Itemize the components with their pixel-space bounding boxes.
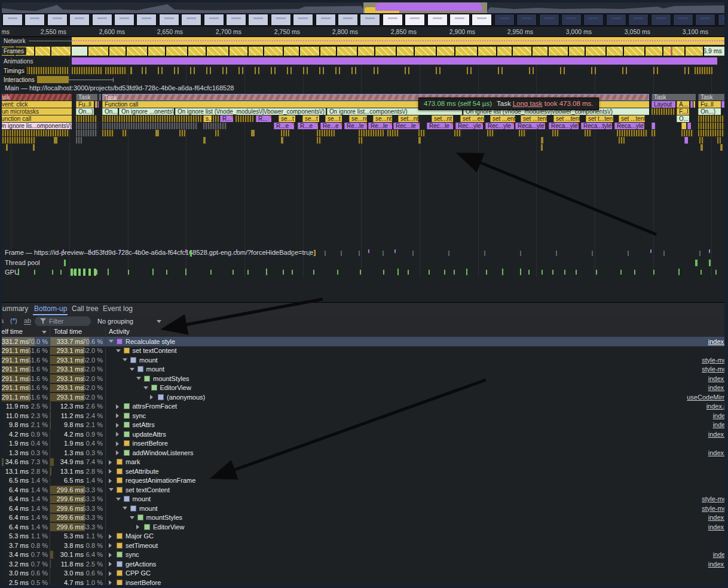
activity-name[interactable]: set textContent (126, 486, 170, 493)
activity-name[interactable]: getActions (126, 560, 156, 568)
total-time-pct: 62.0 % (82, 394, 103, 401)
self-time-pct: 61.6 % (27, 384, 48, 391)
table-row[interactable]: 3.0 ms0.6 %3.0 ms0.6 %CPP GC (0, 569, 728, 578)
activity-name[interactable]: mount (139, 357, 158, 364)
activity-name[interactable]: insertBefore (133, 440, 168, 447)
table-row[interactable]: 291.1 ms61.6 %293.1 ms62.0 %mountstyle-m… (0, 365, 728, 374)
column-divider[interactable] (105, 327, 106, 588)
table-row[interactable]: 6.4 ms1.4 %299.6 ms63.3 %mountstyle-mod (0, 495, 728, 504)
collapse-toggle-icon[interactable] (116, 498, 121, 501)
total-time-pct: 0.3 % (86, 449, 103, 456)
table-row[interactable]: 1.3 ms0.3 %1.3 ms0.3 %addWindowListeners… (0, 448, 728, 458)
collapse-toggle-icon[interactable] (109, 340, 114, 343)
collapse-toggle-icon[interactable] (116, 349, 121, 352)
table-row[interactable]: 291.1 ms61.6 %293.1 ms62.0 %mountstyle-m… (0, 355, 728, 365)
tooltip-long-task-link[interactable]: Long task (513, 100, 543, 107)
total-time-ms: 293.1 ms (57, 357, 84, 364)
activity-name[interactable]: (anonymous) (167, 394, 205, 401)
activity-name[interactable]: CPP GC (126, 569, 151, 577)
table-row[interactable]: 13.1 ms2.8 %13.1 ms2.8 %setAttribute (0, 467, 728, 476)
activity-name[interactable]: sync (133, 412, 146, 419)
collapse-toggle-icon[interactable] (130, 516, 134, 519)
activity-name[interactable]: updateAttrs (133, 431, 166, 438)
expand-toggle-icon[interactable] (116, 441, 119, 446)
table-row[interactable]: 6.5 ms1.4 %6.5 ms1.4 %requestAnimationFr… (0, 476, 728, 486)
long-task-tooltip: 473.08 ms (self 54 µs)TaskLong task took… (418, 98, 599, 110)
activity-name[interactable]: addWindowListeners (133, 449, 194, 456)
expand-toggle-icon[interactable] (116, 450, 119, 455)
activity-name[interactable]: set textContent (133, 347, 177, 354)
expand-toggle-icon[interactable] (109, 580, 112, 585)
collapse-toggle-icon[interactable] (136, 377, 141, 380)
collapse-toggle-icon[interactable] (123, 358, 127, 361)
expand-toggle-icon[interactable] (109, 534, 112, 539)
expand-toggle-icon[interactable] (109, 571, 112, 576)
activity-name[interactable]: mountStyles (146, 514, 183, 521)
activity-name[interactable]: Recalculate style (126, 338, 175, 345)
table-row[interactable]: 291.1 ms61.6 %293.1 ms62.0 %EditorViewin… (0, 383, 728, 393)
table-row[interactable]: 6.4 ms1.4 %299.6 ms63.3 %EditorViewindex… (0, 522, 728, 532)
expand-toggle-icon[interactable] (116, 413, 119, 418)
activity-type-icon (117, 552, 123, 557)
collapse-toggle-icon[interactable] (109, 488, 114, 491)
tooltip-duration: 473.08 ms (self 54 µs) (424, 100, 492, 107)
table-row[interactable]: 5.3 ms1.1 %5.3 ms1.1 %Major GC (0, 532, 728, 541)
expand-toggle-icon[interactable] (109, 543, 112, 548)
collapse-toggle-icon[interactable] (130, 368, 134, 371)
activity-name[interactable]: mount (146, 365, 165, 373)
activity-name[interactable]: EditorView (153, 523, 184, 531)
total-time-ms: 1.9 ms (64, 440, 84, 447)
activity-name[interactable]: Major GC (126, 532, 154, 540)
table-row[interactable]: 331.2 ms70.0 %333.7 ms70.6 %Recalculate … (0, 337, 728, 346)
expand-toggle-icon[interactable] (116, 404, 119, 409)
collapse-toggle-icon[interactable] (123, 507, 127, 510)
expand-toggle-icon[interactable] (116, 432, 119, 437)
table-row[interactable]: 291.1 ms61.6 %293.1 ms62.0 %mountStylesi… (0, 374, 728, 383)
expand-toggle-icon[interactable] (109, 469, 112, 474)
activity-name[interactable]: mark (126, 458, 140, 465)
track-frames-label: Frames (1, 47, 26, 55)
self-time-ms: 6.5 ms (9, 477, 29, 484)
table-row[interactable]: 6.4 ms1.4 %299.6 ms63.3 %set textContent (0, 485, 728, 495)
expand-toggle-icon[interactable] (109, 553, 112, 557)
collapse-toggle-icon[interactable] (143, 386, 148, 389)
table-row[interactable]: 291.1 ms61.6 %293.1 ms62.0 %(anonymous)u… (0, 392, 728, 402)
activity-name[interactable]: setTimeout (126, 542, 158, 549)
self-time-ms: 291.1 ms (2, 347, 29, 354)
devtools-performance-panel: ms2,550 ms2,600 ms2,650 ms2,700 ms2,750 … (0, 0, 728, 588)
table-row[interactable]: 4.2 ms0.9 %4.2 ms0.9 %updateAttrsindex.j… (0, 429, 728, 439)
activity-name[interactable]: setAttribute (126, 468, 159, 475)
activity-name[interactable]: setAttrs (133, 421, 155, 428)
activity-name[interactable]: sync (126, 551, 139, 558)
table-row[interactable]: 6.4 ms1.4 %299.6 ms63.3 %mountstyle-mod (0, 504, 728, 513)
activity-name[interactable]: mount (133, 495, 151, 502)
total-time-ms: 12.3 ms (60, 403, 84, 410)
source-link[interactable]: useCodeMirror (687, 394, 728, 401)
table-row[interactable]: 1.9 ms0.4 %1.9 ms0.4 %insertBefore (0, 439, 728, 449)
activity-name[interactable]: requestAnimationFrame (126, 477, 195, 484)
table-row[interactable]: 6.4 ms1.4 %299.6 ms63.3 %mountStylesinde… (0, 513, 728, 523)
table-row[interactable]: 9.8 ms2.1 %9.8 ms2.1 %setAttrsindex. (0, 421, 728, 430)
activity-name[interactable]: attrsFromFacet (133, 403, 178, 410)
expand-toggle-icon[interactable] (109, 460, 112, 465)
total-time-pct: 0.9 % (86, 431, 103, 438)
table-row[interactable]: 34.6 ms7.3 %34.9 ms7.4 %mark (0, 458, 728, 467)
self-time-ms: 3.2 ms (9, 560, 29, 568)
expand-toggle-icon[interactable] (116, 423, 119, 428)
frame-edge-left (0, 0, 2, 588)
activity-name[interactable]: mountStyles (153, 375, 189, 382)
activity-name[interactable]: mount (139, 505, 158, 512)
table-row[interactable]: 3.4 ms0.7 %30.1 ms6.4 %syncindex. (0, 550, 728, 560)
expand-toggle-icon[interactable] (136, 525, 139, 529)
column-divider[interactable] (50, 327, 50, 588)
table-row[interactable]: 11.0 ms2.3 %11.2 ms2.4 %syncindex. (0, 411, 728, 421)
expand-toggle-icon[interactable] (150, 395, 153, 400)
table-row[interactable]: 11.9 ms2.5 %12.3 ms2.6 %attrsFromFacetin… (0, 402, 728, 412)
activity-name[interactable]: EditorView (160, 384, 191, 391)
expand-toggle-icon[interactable] (109, 562, 112, 566)
total-time-pct: 2.8 % (86, 468, 103, 475)
table-row[interactable]: 291.1 ms61.6 %293.1 ms62.0 %set textCont… (0, 346, 728, 356)
table-row[interactable]: 3.2 ms0.7 %11.8 ms2.5 %getActionsindex.j… (0, 559, 728, 569)
table-row[interactable]: 3.7 ms0.8 %3.8 ms0.8 %setTimeout (0, 541, 728, 550)
expand-toggle-icon[interactable] (109, 479, 112, 483)
